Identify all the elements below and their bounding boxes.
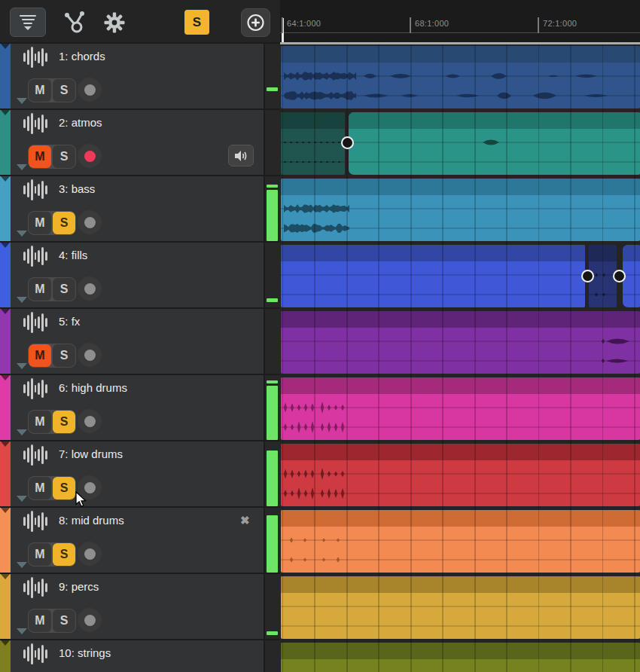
record-arm-button[interactable] (78, 542, 102, 566)
mute-button[interactable]: M (29, 79, 51, 102)
solo-button[interactable]: S (53, 543, 75, 566)
mute-button[interactable]: M (29, 278, 51, 301)
mute-button[interactable]: M (29, 212, 51, 234)
track-name[interactable]: 6: high drums (59, 381, 127, 394)
track-header[interactable]: 9: percsMS (0, 574, 264, 639)
solo-button[interactable]: S (53, 278, 75, 301)
audio-clip[interactable] (281, 112, 345, 175)
record-arm-button[interactable] (78, 409, 102, 433)
settings-button[interactable] (104, 12, 125, 35)
fade-handle[interactable] (581, 270, 594, 283)
mute-button[interactable]: M (29, 411, 51, 433)
mute-button[interactable]: M (29, 344, 51, 367)
track-name[interactable]: 7: low drums (59, 447, 123, 460)
expand-track-arrow[interactable] (17, 429, 27, 435)
global-solo-button[interactable]: S (184, 10, 209, 35)
mute-button[interactable]: M (29, 609, 51, 632)
record-arm-button[interactable] (78, 210, 102, 234)
plus-icon (246, 11, 265, 34)
track-name[interactable]: 8: mid drums (59, 514, 124, 527)
track-header[interactable]: 5: fxMS (0, 309, 264, 374)
solo-button[interactable]: S (53, 344, 75, 367)
record-arm-button[interactable] (78, 78, 102, 102)
timeline-ruler[interactable]: 64:1:00068:1:00072:1:000 (280, 0, 640, 42)
record-arm-button[interactable] (78, 276, 102, 301)
close-icon[interactable]: ✖ (240, 514, 250, 527)
track-lane[interactable] (280, 441, 640, 506)
solo-button[interactable]: S (53, 212, 75, 234)
collapse-arrow-icon[interactable] (1, 508, 10, 513)
expand-track-arrow[interactable] (17, 628, 27, 634)
meter-cell (265, 574, 280, 639)
track-header[interactable]: 2: atmosMS (0, 110, 264, 175)
audio-clip[interactable] (281, 377, 640, 440)
audio-clip[interactable] (281, 311, 640, 374)
audio-clip[interactable] (281, 576, 640, 639)
expand-track-arrow[interactable] (17, 231, 27, 237)
audio-clip[interactable] (281, 179, 640, 241)
mute-button[interactable]: M (29, 145, 51, 168)
track-lane[interactable] (280, 176, 640, 241)
expand-track-arrow[interactable] (17, 164, 27, 170)
add-track-button[interactable] (241, 8, 270, 37)
expand-track-arrow[interactable] (17, 297, 27, 303)
collapse-arrow-icon[interactable] (1, 375, 10, 380)
collapse-arrow-icon[interactable] (1, 640, 10, 646)
audio-clip[interactable] (281, 245, 585, 307)
track-header[interactable]: 8: mid drumsMS✖ (0, 508, 264, 573)
track-header[interactable]: 6: high drumsMS (0, 375, 264, 440)
solo-button[interactable]: S (53, 145, 75, 168)
solo-button[interactable]: S (53, 609, 75, 632)
track-lane[interactable] (280, 110, 640, 175)
record-arm-button[interactable] (78, 144, 102, 168)
track-lane[interactable] (280, 309, 640, 374)
mute-button[interactable]: M (29, 477, 51, 499)
track-name[interactable]: 5: fx (59, 315, 80, 328)
track-name[interactable]: 1: chords (59, 50, 105, 63)
track-color-strip (0, 508, 11, 573)
track-name[interactable]: 4: fills (59, 249, 87, 261)
audio-clip[interactable] (281, 46, 640, 108)
solo-button[interactable]: S (53, 79, 75, 102)
track-header[interactable]: 10: stringsMS (0, 640, 264, 672)
solo-button[interactable]: S (53, 411, 75, 433)
track-name[interactable]: 9: percs (59, 580, 99, 593)
track-name[interactable]: 2: atmos (59, 116, 102, 129)
track-lane[interactable] (280, 640, 640, 672)
audio-clip[interactable] (281, 510, 640, 573)
track-name[interactable]: 3: bass (59, 182, 95, 195)
expand-track-arrow[interactable] (17, 363, 27, 369)
track-name[interactable]: 10: strings (59, 646, 111, 659)
expand-track-arrow[interactable] (17, 496, 27, 502)
solo-button[interactable]: S (53, 477, 75, 499)
track-lane[interactable] (280, 574, 640, 639)
track-lane[interactable] (280, 375, 640, 440)
track-lane[interactable] (280, 44, 640, 108)
collapse-arrow-icon[interactable] (1, 176, 10, 182)
mute-button[interactable]: M (29, 543, 51, 566)
fade-handle[interactable] (613, 270, 626, 283)
audio-clip[interactable] (281, 643, 640, 672)
routing-button[interactable] (62, 9, 89, 37)
track-header[interactable]: 3: bassMS (0, 176, 264, 241)
track-header[interactable]: 4: fillsMS (0, 243, 264, 307)
audio-clip[interactable] (281, 444, 640, 506)
expand-track-arrow[interactable] (17, 562, 27, 568)
collapse-arrow-icon[interactable] (1, 441, 10, 447)
record-arm-button[interactable] (78, 608, 102, 632)
record-arm-button[interactable] (78, 343, 102, 367)
track-collapse-button[interactable] (10, 8, 46, 37)
collapse-arrow-icon[interactable] (1, 309, 10, 314)
fade-handle[interactable] (341, 136, 354, 149)
collapse-arrow-icon[interactable] (1, 44, 10, 49)
track-header[interactable]: 7: low drumsMS (0, 441, 264, 506)
track-header[interactable]: 1: chordsMS (0, 44, 264, 108)
collapse-arrow-icon[interactable] (1, 243, 10, 248)
collapse-arrow-icon[interactable] (1, 574, 10, 579)
collapse-arrow-icon[interactable] (1, 110, 10, 115)
audio-track-icon (23, 46, 47, 69)
expand-track-arrow[interactable] (17, 98, 27, 104)
audio-clip[interactable] (349, 112, 640, 175)
track-lane[interactable] (280, 508, 640, 573)
monitor-button[interactable] (228, 145, 254, 166)
